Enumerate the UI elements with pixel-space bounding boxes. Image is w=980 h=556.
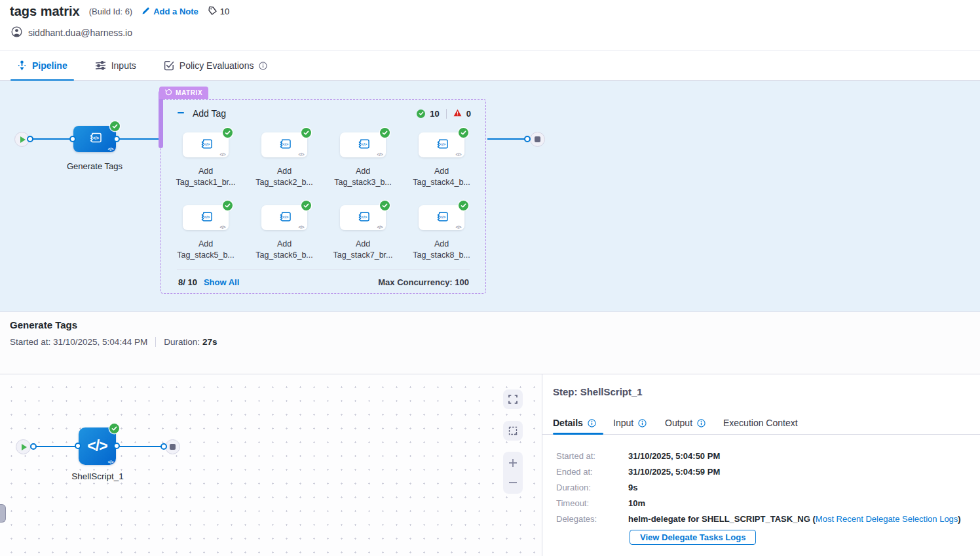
matrix-step[interactable]: </></> AddTag_stack2_b... xyxy=(245,132,324,188)
matrix-step[interactable]: </></> AddTag_stack7_br... xyxy=(324,205,402,260)
code-icon: </> xyxy=(219,225,225,229)
matrix-step[interactable]: </></> AddTag_stack1_br... xyxy=(166,132,245,188)
connector-dot xyxy=(113,136,120,142)
detail-row: Ended at: 31/10/2025, 5:04:59 PM xyxy=(556,467,720,477)
collapse-icon[interactable] xyxy=(177,108,185,119)
error-count-icon xyxy=(453,109,462,119)
svg-text:</>: </> xyxy=(361,214,367,218)
delegates-value: helm-delegate for SHELL_SCRIPT_TASK_NG (… xyxy=(628,514,961,524)
matrix-step[interactable]: </></> AddTag_stack5_b... xyxy=(166,205,245,260)
success-badge-icon xyxy=(109,424,119,433)
tag-code-icon: </> xyxy=(356,210,371,226)
step-node-shellscript[interactable]: </> </> xyxy=(79,427,116,465)
code-icon: </> xyxy=(219,152,225,157)
loop-icon xyxy=(165,89,172,97)
matrix-step[interactable]: </></> AddTag_stack3_b... xyxy=(324,132,402,188)
tab-pipeline[interactable]: Pipeline xyxy=(10,51,74,80)
view-delegate-tasks-logs-button[interactable]: View Delegate Tasks Logs xyxy=(630,530,756,545)
execution-graph-canvas[interactable]: </> </> ShellScript_1 xyxy=(0,374,542,556)
stage-duration-label: Duration: xyxy=(164,337,200,347)
user-email: siddhant.dua@harness.io xyxy=(28,28,132,38)
tab-output[interactable]: Output xyxy=(665,411,706,435)
pencil-icon xyxy=(141,7,150,17)
svg-text:</>: </> xyxy=(282,141,288,146)
svg-text:</>: </> xyxy=(204,141,210,146)
success-badge-icon xyxy=(110,121,120,131)
matrix-footer-divider xyxy=(177,269,470,269)
step-panel-tabs: Details Input Output Execution Context xyxy=(542,411,980,435)
info-icon[interactable] xyxy=(638,419,647,427)
code-icon: </> xyxy=(455,225,461,229)
panel-resize-handle[interactable] xyxy=(0,504,6,523)
info-icon[interactable] xyxy=(697,419,706,427)
connector-dot xyxy=(69,136,76,142)
divider xyxy=(155,337,156,347)
stage-started-at: Started at: 31/10/2025, 5:04:44 PM xyxy=(10,337,147,347)
step-label: AddTag_stack5_b... xyxy=(177,239,235,260)
stop-icon xyxy=(535,136,540,142)
user-avatar-icon xyxy=(11,26,22,39)
tag-code-icon: </> xyxy=(277,138,292,153)
fit-to-screen-button[interactable] xyxy=(503,389,523,409)
step-label: AddTag_stack8_b... xyxy=(413,239,470,260)
code-icon: </> xyxy=(377,225,383,229)
matrix-step[interactable]: </></> AddTag_stack8_b... xyxy=(402,205,481,260)
page-header: tags matrix (Build Id: 6) Add a Note 10 … xyxy=(0,0,980,51)
code-icon: </> xyxy=(107,147,113,151)
info-icon[interactable] xyxy=(259,62,267,70)
success-badge-icon xyxy=(380,201,390,210)
add-note-button[interactable]: Add a Note xyxy=(141,7,198,17)
pipeline-icon xyxy=(17,60,27,71)
zoom-controls xyxy=(503,452,523,494)
matrix-step[interactable]: </></> AddTag_stack4_b... xyxy=(402,132,481,188)
tab-details[interactable]: Details xyxy=(553,411,596,435)
connector-line xyxy=(117,446,163,447)
step-details-panel: Step: ShellScript_1 Details Input Output… xyxy=(542,374,980,556)
success-badge-icon xyxy=(459,201,468,210)
step-label: AddTag_stack6_b... xyxy=(255,239,313,260)
connector-line xyxy=(33,446,79,447)
matrix-step[interactable]: </></> AddTag_stack6_b... xyxy=(245,205,324,260)
shown-count: 8/ 10 xyxy=(178,277,197,287)
delegate-selection-logs-link[interactable]: Most Recent Delegate Selection Logs xyxy=(816,514,958,524)
success-badge-icon xyxy=(223,128,233,138)
matrix-group-label: Add Tag xyxy=(193,108,226,119)
tag-code-icon: </> xyxy=(87,131,103,147)
svg-text:</>: </> xyxy=(282,214,288,218)
step-node-label[interactable]: ShellScript_1 xyxy=(55,471,140,481)
execution-start-node[interactable] xyxy=(16,439,31,454)
svg-text:</>: </> xyxy=(440,214,445,218)
stage-info-title: Generate Tags xyxy=(10,319,77,330)
zoom-in-button[interactable] xyxy=(508,458,518,468)
execution-end-node[interactable] xyxy=(165,439,180,454)
tab-policy-evaluations[interactable]: Policy Evaluations xyxy=(157,51,274,80)
execution-detail-section: </> </> ShellScript_1 xyxy=(0,374,980,556)
success-badge-icon xyxy=(459,128,468,138)
success-badge-icon xyxy=(380,128,390,138)
tag-count[interactable]: 10 xyxy=(208,6,229,18)
success-badge-icon xyxy=(301,128,311,138)
svg-text:</>: </> xyxy=(361,141,367,146)
stage-node-label[interactable]: Generate Tags xyxy=(50,161,139,171)
step-label: AddTag_stack2_b... xyxy=(255,166,313,188)
tag-code-icon: </> xyxy=(434,138,449,153)
tab-input[interactable]: Input xyxy=(613,411,647,435)
step-label: AddTag_stack7_br... xyxy=(333,239,392,260)
pipeline-end-node[interactable] xyxy=(530,132,545,147)
show-all-link[interactable]: Show All xyxy=(204,277,239,287)
info-icon[interactable] xyxy=(588,419,596,427)
select-area-button[interactable] xyxy=(503,421,523,441)
step-label: AddTag_stack3_b... xyxy=(334,166,392,188)
stage-node-generate-tags[interactable]: </> </> xyxy=(73,126,116,152)
success-badge-icon xyxy=(223,201,233,210)
tag-code-icon: </> xyxy=(356,138,371,153)
tab-inputs[interactable]: Inputs xyxy=(88,51,143,80)
detail-row-delegates: Delegates: helm-delegate for SHELL_SCRIP… xyxy=(556,514,961,524)
expand-icon xyxy=(508,395,518,404)
tab-execution-context[interactable]: Execution Context xyxy=(723,411,798,435)
code-icon: </> xyxy=(377,152,383,157)
zoom-out-button[interactable] xyxy=(508,477,518,488)
success-count: 10 xyxy=(430,109,439,119)
stop-icon xyxy=(170,444,176,450)
tag-code-icon: </> xyxy=(434,210,449,226)
